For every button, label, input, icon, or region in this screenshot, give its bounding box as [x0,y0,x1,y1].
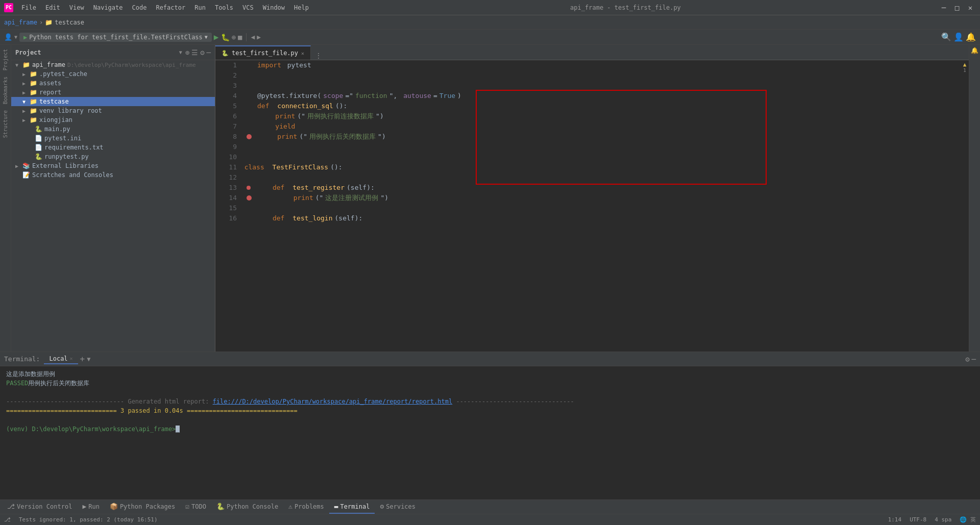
menu-help[interactable]: Help [290,3,313,12]
tab-file-icon: 🐍 [222,50,229,57]
tree-item-main-py[interactable]: 🐍 main.py [11,124,215,134]
tree-item-external-libs[interactable]: ▶ 📚 External Libraries [11,161,215,170]
line-num-1: 1 [219,60,237,70]
tab-close-button[interactable]: ✕ [301,51,304,56]
bottom-tab-services[interactable]: ⚙ Services [375,500,421,514]
bottom-tab-python-console[interactable]: 🐍 Python Console [211,500,283,514]
tree-item-pytest-cache[interactable]: ▶ 📁 .pytest_cache [11,69,215,79]
tree-item-report[interactable]: ▶ 📁 report [11,88,215,97]
terminal-dropdown-button[interactable]: ▼ [87,356,90,363]
window-controls[interactable]: ─ □ ✕ [938,2,976,13]
settings-icon[interactable]: ⚙ [200,48,204,57]
external-libs-icon: 📚 [22,162,30,169]
code-line-10 [245,152,957,162]
tree-item-xiongjian[interactable]: ▶ 📁 xiongjian [11,115,215,124]
line-num-6: 6 [219,111,237,121]
menu-edit[interactable]: Edit [41,3,64,12]
bookmarks-strip-icon[interactable]: Bookmarks [2,74,9,106]
run-button[interactable]: ▶ [214,32,219,42]
collapse-icon[interactable]: ☰ [191,48,198,57]
more-tabs-icon[interactable]: ⋮ [315,52,322,60]
folder-icon-testcase: 📁 [30,98,37,105]
tree-label-assets: assets [39,80,61,87]
terminal-content[interactable]: 这是添加数据用例 PASSED用例执行后关闭数据库 --------------… [0,366,980,499]
stop-button[interactable]: ■ [238,33,242,41]
line-num-4: 4 [219,91,237,101]
tree-item-runpytest-py[interactable]: 🐍 runpytest.py [11,152,215,161]
breadcrumb-project[interactable]: api_frame [4,19,37,26]
code-area[interactable]: import pytest @pytest.fixture(scope="fun… [241,60,961,352]
close-button[interactable]: ✕ [965,2,976,13]
terminal-tab-local[interactable]: Local ✕ [44,354,78,364]
terminal-tab-close[interactable]: ✕ [70,356,73,361]
code-token: (" [315,193,324,203]
code-token: (): [330,162,342,172]
folder-icon-pytest-cache: 📁 [30,70,37,78]
tree-label-xiongjian: xiongjian [39,116,72,123]
search-button[interactable]: 🔍 [941,32,951,42]
run-config[interactable]: ▶ Python tests for test_first_file.TestF… [19,33,212,42]
bottom-tab-python-packages[interactable]: 📦 Python Packages [105,500,180,514]
add-terminal-button[interactable]: + [80,354,85,364]
menu-tools[interactable]: Tools [211,3,237,12]
code-token: 用例执行后关闭数据库 [309,132,376,142]
menu-window[interactable]: Window [259,3,289,12]
bottom-tab-problems[interactable]: ⚠ Problems [283,500,329,514]
back-button[interactable]: ◀ [251,33,255,41]
menu-vcs[interactable]: VCS [238,3,258,12]
bottom-tabs: ⎇ Version Control ▶ Run 📦 Python Package… [0,499,980,514]
bottom-tab-todo[interactable]: ☑ TODO [180,500,211,514]
tree-item-requirements-txt[interactable]: 📄 requirements.txt [11,143,215,152]
code-token: print [293,193,313,203]
breadcrumb-current: testcase [55,19,84,26]
editor-tab-test-first-file[interactable]: 🐍 test_first_file.py ✕ [215,45,311,60]
project-strip-icon[interactable]: Project [2,47,9,72]
terminal-line-6 [6,415,974,424]
menu-run[interactable]: Run [190,3,210,12]
update-button[interactable]: 🔔 [966,32,976,42]
file-icon-requirements-txt: 📄 [35,144,42,151]
bottom-tab-label-run: Run [88,503,100,510]
locate-icon[interactable]: ⊕ [185,48,189,57]
menu-navigate[interactable]: Navigate [89,3,127,12]
code-line-1: import pytest [245,60,957,70]
user-avatar[interactable]: 👤 [953,32,964,42]
terminal-icon: ▬ [334,503,338,510]
forward-button[interactable]: ▶ [257,33,261,41]
coverage-button[interactable]: ⊕ [232,33,236,41]
code-line-16: ▶ def test_login(self): [245,213,957,223]
terminal-minimize-icon[interactable]: ─ [972,355,976,363]
terminal-settings-icon[interactable]: ⚙ [965,355,969,363]
bottom-tab-run[interactable]: ▶ Run [77,500,105,514]
line-num-13: 13 [219,183,237,193]
toolbar-sep [246,33,247,41]
bottom-tab-terminal[interactable]: ▬ Terminal [329,500,375,514]
tree-label-pytest-cache: .pytest_cache [39,70,87,78]
tree-item-venv[interactable]: ▶ 📁 venv library root [11,106,215,115]
terminal-line-1: 这是添加数据用例 [6,369,974,379]
maximize-button[interactable]: □ [951,2,963,13]
notification-icon[interactable]: 🔔 [971,47,978,54]
menu-view[interactable]: View [65,3,88,12]
tree-item-testcase[interactable]: ▼ 📁 testcase [11,97,215,106]
menu-bar[interactable]: File Edit View Navigate Code Refactor Ru… [17,3,313,12]
menu-code[interactable]: Code [128,3,151,12]
minimize-panel-icon[interactable]: ─ [207,48,211,57]
menu-refactor[interactable]: Refactor [152,3,189,12]
tree-item-scratches[interactable]: 📝 Scratches and Consoles [11,170,215,180]
menu-file[interactable]: File [17,3,40,12]
tree-item-assets[interactable]: ▶ 📁 assets [11,79,215,88]
code-line-6: print("用例执行前连接数据库") [245,111,957,121]
code-token [257,111,273,121]
sidebar-toolbar: Project ▼ ⊕ ☰ ⚙ ─ [11,45,215,60]
terminal-line-3 [6,388,974,397]
report-link[interactable]: file:///D:/develop/PyCharm/workspace/api… [213,398,453,405]
code-token: scope [323,91,343,101]
breakpoint-indicator [247,134,252,139]
debug-button[interactable]: 🐛 [221,33,230,41]
tree-item-api-frame[interactable]: ▼ 📁 api_frame D:\develop\PyCharm\workspa… [11,60,215,69]
structure-strip-icon[interactable]: Structure [2,108,9,140]
bottom-tab-version-control[interactable]: ⎇ Version Control [2,500,77,514]
tree-item-pytest-ini[interactable]: 📄 pytest.ini [11,134,215,143]
minimize-button[interactable]: ─ [938,2,949,13]
